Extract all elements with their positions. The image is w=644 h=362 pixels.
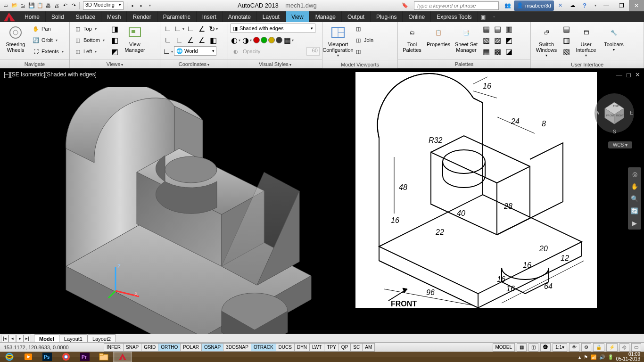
status-grid[interactable]: GRID xyxy=(141,343,158,352)
status-lwt[interactable]: LWT xyxy=(309,343,324,352)
tray-battery-icon[interactable]: 🔋 xyxy=(608,354,613,360)
anno-vis-icon[interactable]: 👁 xyxy=(569,343,579,352)
view-prev-icon[interactable]: ◧ xyxy=(110,35,120,45)
saveas-icon[interactable]: 📋 xyxy=(36,1,44,9)
status-tpy[interactable]: TPY xyxy=(324,343,339,352)
swatch-green[interactable] xyxy=(261,37,267,43)
tab-layout[interactable]: Layout xyxy=(257,11,286,22)
tab-view[interactable]: View xyxy=(286,11,310,22)
pal-i4[interactable]: ▧ xyxy=(481,35,491,45)
restore-button[interactable]: ❐ xyxy=(614,0,629,11)
model-viewport[interactable]: [–][SE Isometric][Shaded with edges] — ◻… xyxy=(0,68,644,334)
vp-min-icon[interactable]: — xyxy=(616,71,622,78)
model-space-button[interactable]: MODEL xyxy=(493,343,515,352)
workspace-dropdown[interactable]: 3D Modeling xyxy=(83,1,124,10)
tab-overflow-icon[interactable]: ▣ xyxy=(478,11,488,22)
panel-views-title[interactable]: Views xyxy=(70,59,160,68)
ucs-icon6[interactable]: ∟ xyxy=(163,35,173,45)
nav-orbit-icon[interactable]: 🔄 xyxy=(630,206,639,215)
quickview-icon[interactable]: ◫ xyxy=(528,343,538,352)
status-osnap[interactable]: OSNAP xyxy=(201,343,223,352)
status-qp[interactable]: QP xyxy=(339,343,351,352)
lock-ui-icon[interactable]: 🔒 xyxy=(593,343,604,352)
join-button[interactable]: ◫Join xyxy=(353,35,375,45)
status-ducs[interactable]: DUCS xyxy=(276,343,295,352)
pal-i5[interactable]: ▨ xyxy=(492,35,503,45)
ucs-icon5[interactable]: ↻ xyxy=(208,24,218,34)
toolbars-button[interactable]: 🔧Toolbars▾ xyxy=(601,24,627,53)
ui-tile-h-icon[interactable]: ▤ xyxy=(561,24,571,34)
ucs-icon8[interactable]: ∠ xyxy=(185,35,196,45)
tab-overflow-dd[interactable] xyxy=(488,11,499,22)
autodesk360-icon[interactable]: ☁ xyxy=(568,1,577,10)
close-button[interactable]: ✕ xyxy=(629,0,644,11)
vp-close-icon[interactable]: ✕ xyxy=(635,71,640,78)
ucs-icon10[interactable]: ◧ xyxy=(208,35,218,45)
tab-plug-ins[interactable]: Plug-ins xyxy=(371,11,403,22)
visual-style-dropdown[interactable]: ◨Shaded with edges xyxy=(231,24,315,33)
named-vp-icon[interactable]: ◫ xyxy=(353,24,375,34)
status-infer[interactable]: INFER xyxy=(104,343,124,352)
print-icon[interactable]: 🖨 xyxy=(53,1,61,9)
user-badge[interactable]: 👤 msabeer3d xyxy=(514,0,554,11)
infocenter-icon[interactable]: 🔖 xyxy=(401,1,409,10)
pal-i6[interactable]: ◩ xyxy=(504,35,514,45)
tab-parametric[interactable]: Parametric xyxy=(157,11,197,22)
task-autocad-icon[interactable] xyxy=(113,352,132,362)
tab-insert[interactable]: Insert xyxy=(197,11,223,22)
status-am[interactable]: AM xyxy=(362,343,375,352)
ucs-icon1[interactable]: ∟ xyxy=(163,24,173,34)
swatch-yellow[interactable] xyxy=(268,37,275,43)
vs-hidden-icon[interactable]: ◑ xyxy=(242,35,252,45)
status-polar[interactable]: POLAR xyxy=(180,343,202,352)
redo-icon[interactable]: ↷ xyxy=(70,1,78,9)
status-snap[interactable]: SNAP xyxy=(123,343,141,352)
grid-display-icon[interactable]: ▦ xyxy=(517,343,527,352)
tab-surface[interactable]: Surface xyxy=(70,11,101,22)
layout-tab-layout2[interactable]: Layout2 xyxy=(87,334,116,343)
vs-texture-icon[interactable]: ▦ xyxy=(283,35,294,45)
view-top-button[interactable]: ◫Top xyxy=(72,24,107,34)
qat-extra-icon[interactable]: ▪ xyxy=(129,1,137,9)
tray-network-icon[interactable]: 📶 xyxy=(591,354,596,360)
swatch-red[interactable] xyxy=(253,37,260,43)
user-interface-button[interactable]: 🗔User Interface▾ xyxy=(573,24,599,58)
task-ie-icon[interactable] xyxy=(0,352,19,362)
open-icon[interactable]: 📂 xyxy=(10,1,18,9)
minimize-button[interactable]: — xyxy=(599,0,614,11)
recent-icon[interactable]: 🗂 xyxy=(19,1,27,9)
switch-windows-button[interactable]: 🗗Switch Windows▾ xyxy=(533,24,560,58)
new-icon[interactable]: ▱ xyxy=(2,1,10,9)
view-back-icon[interactable]: ◨ xyxy=(110,24,120,34)
tab-online[interactable]: Online xyxy=(403,11,431,22)
tray-sound-icon[interactable]: 🔊 xyxy=(599,354,605,360)
vp-max-icon[interactable]: ◻ xyxy=(626,71,631,78)
task-chrome-icon[interactable] xyxy=(57,352,75,362)
ucs-icon4[interactable]: ∠ xyxy=(197,24,207,34)
pal-i2[interactable]: ▤ xyxy=(492,24,503,34)
help-icon[interactable]: ? xyxy=(580,1,589,10)
tool-palettes-button[interactable]: 🗂Tool Palettes xyxy=(400,24,424,53)
workspace-switch-icon[interactable]: ⚙ xyxy=(581,343,591,352)
viewcube[interactable]: TOP FRONT RIGHT W E S xyxy=(593,87,636,134)
help-dropdown[interactable] xyxy=(591,1,599,9)
viewport-label[interactable]: [–][SE Isometric][Shaded with edges] xyxy=(4,71,97,78)
tab-output[interactable]: Output xyxy=(342,11,371,22)
tab-first-icon[interactable]: |◂ xyxy=(1,335,8,342)
properties-button[interactable]: 📋Properties xyxy=(425,24,452,47)
steering-wheels-button[interactable]: Steering Wheels xyxy=(2,24,29,53)
nav-pan-icon[interactable]: ✋ xyxy=(630,181,639,191)
search-input[interactable] xyxy=(414,1,499,10)
scale-dropdown[interactable]: 1:1 ▾ xyxy=(553,343,567,352)
status-3dosnap[interactable]: 3DOSNAP xyxy=(223,343,251,352)
task-explorer-icon[interactable] xyxy=(94,352,113,362)
panel-coords-title[interactable]: Coordinates xyxy=(160,59,228,68)
ui-tile-v-icon[interactable]: ▥ xyxy=(561,35,571,45)
ucs-icon7[interactable]: ∟ xyxy=(174,35,184,45)
ucs-icon9[interactable]: ∠ xyxy=(197,35,207,45)
orbit-button[interactable]: 🔄Orbit xyxy=(30,35,66,45)
pal-i8[interactable]: ▩ xyxy=(492,46,503,57)
exchange-icon[interactable]: ✕ xyxy=(556,1,564,10)
extents-button[interactable]: ⛶Extents xyxy=(30,46,66,57)
anno-scale-icon[interactable]: 🅐 xyxy=(540,343,551,352)
